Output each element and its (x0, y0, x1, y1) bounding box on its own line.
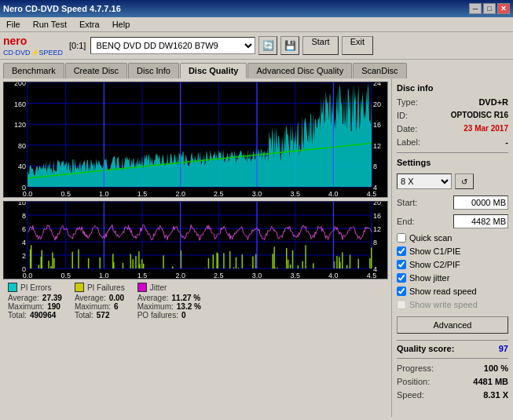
jitter-title: Jitter (150, 283, 167, 292)
speed-select[interactable]: 8 X (397, 173, 452, 189)
pi-errors-max-value: 190 (47, 302, 60, 311)
disc-label-label: Label: (397, 137, 420, 147)
speed-row-2: Speed: 8.31 X (397, 390, 508, 400)
progress-value: 100 % (484, 363, 508, 373)
pi-failures-total-value: 572 (97, 311, 110, 320)
show-c2-label: Show C2/PIF (409, 260, 460, 269)
tab-bar: Benchmark Create Disc Disc Info Disc Qua… (0, 60, 513, 79)
show-jitter-checkbox[interactable] (397, 273, 406, 283)
disc-type-row: Type: DVD+R (397, 97, 508, 107)
minimize-button[interactable]: ─ (469, 3, 482, 14)
quality-value: 97 (499, 344, 508, 353)
drive-label: [0:1] (69, 41, 86, 50)
menu-extra[interactable]: Extra (76, 19, 103, 30)
refresh-button[interactable]: 🔄 (258, 36, 277, 55)
settings-title: Settings (397, 158, 508, 167)
start-label: Start: (397, 198, 417, 207)
save-button[interactable]: 💾 (280, 36, 299, 55)
logo-nero: nero (3, 35, 27, 47)
title-bar: Nero CD-DVD Speed 4.7.7.16 ─ □ ✕ (0, 0, 513, 17)
start-button[interactable]: Start (302, 36, 338, 55)
disc-label-row: Label: - (397, 137, 508, 147)
show-c1-checkbox[interactable] (397, 247, 406, 256)
jitter-po-value: 0 (181, 311, 186, 320)
pi-failures-max-label: Maximum: (75, 302, 111, 311)
maximize-button[interactable]: □ (483, 3, 496, 14)
start-input[interactable] (453, 195, 508, 210)
show-c2-checkbox[interactable] (397, 260, 406, 269)
tab-scan-disc[interactable]: ScanDisc (353, 63, 406, 79)
tab-advanced-disc-quality[interactable]: Advanced Disc Quality (247, 63, 352, 79)
pi-failures-avg-label: Average: (75, 294, 106, 302)
position-value: 4481 MB (473, 377, 508, 386)
pi-failures-total-label: Total: (75, 311, 93, 320)
show-write-row: Show write speed (397, 300, 508, 309)
tab-disc-info[interactable]: Disc Info (128, 63, 179, 79)
tab-benchmark[interactable]: Benchmark (3, 63, 64, 79)
chart-area: PI Errors Average: 27.39 Maximum: 190 To… (0, 79, 391, 417)
advanced-button[interactable]: Advanced (397, 316, 508, 334)
jitter-avg-label: Average: (137, 294, 169, 302)
speed-row: 8 X ↺ (397, 173, 508, 189)
position-label: Position: (397, 377, 430, 386)
title-bar-buttons: ─ □ ✕ (469, 3, 510, 14)
show-jitter-row: Show jitter (397, 273, 508, 283)
divider-1 (397, 152, 508, 153)
quick-scan-label: Quick scan (409, 233, 452, 243)
toolbar: nero CD·DVD⚡SPEED [0:1] BENQ DVD DD DW16… (0, 32, 513, 60)
show-read-label: Show read speed (409, 287, 477, 296)
legend-jitter: Jitter Average: 11.27 % Maximum: 13.2 % … (137, 283, 201, 320)
pi-errors-avg-value: 27.39 (42, 294, 62, 302)
title-text: Nero CD-DVD Speed 4.7.7.16 (3, 4, 121, 13)
quality-row: Quality score: 97 (397, 340, 508, 353)
speed-refresh-btn[interactable]: ↺ (455, 173, 474, 189)
legend-area: PI Errors Average: 27.39 Maximum: 190 To… (3, 279, 388, 323)
start-row: Start: (397, 195, 508, 210)
menu-bar: File Run Test Extra Help (0, 17, 513, 32)
show-read-checkbox[interactable] (397, 287, 406, 296)
close-button[interactable]: ✕ (497, 3, 510, 14)
disc-id-label: ID: (397, 111, 408, 120)
show-write-label: Show write speed (409, 300, 478, 309)
chart-top (3, 82, 388, 198)
drive-select[interactable]: BENQ DVD DD DW1620 B7W9 (90, 37, 255, 54)
pi-errors-total-label: Total: (8, 311, 27, 320)
pi-errors-color (8, 283, 17, 292)
disc-id-row: ID: OPTODISC R16 (397, 111, 508, 120)
speed-label: Speed: (397, 390, 424, 400)
show-jitter-label: Show jitter (409, 273, 449, 283)
progress-row: Progress: 100 % (397, 363, 508, 373)
pi-errors-total-value: 490964 (30, 311, 56, 320)
tab-create-disc[interactable]: Create Disc (65, 63, 127, 79)
divider-2 (397, 358, 508, 359)
legend-pi-failures: PI Failures Average: 0.00 Maximum: 6 Tot… (75, 283, 125, 320)
position-row: Position: 4481 MB (397, 377, 508, 386)
jitter-max-value: 13.2 % (177, 302, 201, 311)
legend-pi-errors: PI Errors Average: 27.39 Maximum: 190 To… (8, 283, 62, 320)
quick-scan-checkbox[interactable] (397, 233, 406, 243)
jitter-color (137, 283, 147, 292)
jitter-avg-value: 11.27 % (172, 294, 201, 302)
jitter-po-label: PO failures: (137, 311, 178, 320)
pi-errors-avg-label: Average: (8, 294, 39, 302)
exit-button[interactable]: Exit (342, 36, 373, 55)
quality-label: Quality score: (397, 344, 454, 353)
show-read-row: Show read speed (397, 287, 508, 296)
show-write-checkbox[interactable] (397, 300, 406, 309)
pi-errors-title: PI Errors (20, 283, 51, 292)
pi-failures-avg-value: 0.00 (109, 294, 124, 302)
menu-file[interactable]: File (3, 19, 24, 30)
speed-value: 8.31 X (483, 390, 508, 400)
disc-type-value: DVD+R (478, 97, 508, 107)
show-c2-row: Show C2/PIF (397, 260, 508, 269)
pi-failures-color (75, 283, 84, 292)
tab-disc-quality[interactable]: Disc Quality (180, 63, 247, 79)
pi-failures-max-value: 6 (114, 302, 119, 311)
right-panel: Disc info Type: DVD+R ID: OPTODISC R16 D… (391, 79, 513, 417)
show-c1-row: Show C1/PIE (397, 247, 508, 256)
disc-type-label: Type: (397, 97, 418, 107)
progress-label: Progress: (397, 363, 434, 373)
menu-run-test[interactable]: Run Test (30, 19, 70, 30)
menu-help[interactable]: Help (109, 19, 134, 30)
end-input[interactable] (453, 214, 508, 228)
